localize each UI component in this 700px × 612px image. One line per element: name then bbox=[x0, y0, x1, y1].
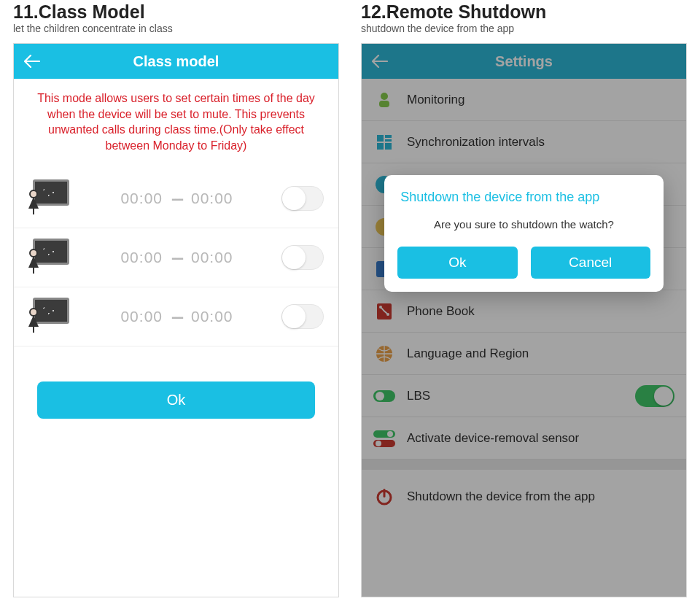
time-slot-toggle[interactable] bbox=[281, 304, 324, 329]
time-to[interactable]: 00:00 bbox=[191, 190, 233, 207]
time-from[interactable]: 00:00 bbox=[120, 249, 163, 266]
phone-class-model: Class model This mode allows users to se… bbox=[13, 43, 339, 597]
dialog-message: Are you sure to shutdown the watch? bbox=[397, 218, 650, 231]
time-to[interactable]: 00:00 bbox=[191, 249, 233, 266]
section-subtitle-class-model: let the children concentrate in class bbox=[13, 23, 339, 34]
chalkboard-icon bbox=[28, 179, 72, 217]
modal-overlay[interactable]: Shutdown the device from the app Are you… bbox=[362, 44, 686, 597]
chalkboard-icon bbox=[28, 298, 72, 336]
shutdown-dialog: Shutdown the device from the app Are you… bbox=[384, 175, 664, 292]
time-separator: --- bbox=[171, 249, 182, 266]
time-slot-toggle[interactable] bbox=[281, 245, 324, 270]
app-bar-title: Class model bbox=[133, 53, 219, 70]
section-subtitle-remote-shutdown: shutdown the device from the app bbox=[361, 23, 687, 34]
time-slot-row: 00:00 --- 00:00 bbox=[28, 287, 324, 346]
time-separator: --- bbox=[171, 190, 182, 207]
time-slot-row: 00:00 --- 00:00 bbox=[28, 228, 324, 287]
dialog-cancel-button[interactable]: Cancel bbox=[531, 247, 650, 279]
time-slot-row: 00:00 --- 00:00 bbox=[28, 169, 324, 228]
time-separator: --- bbox=[171, 308, 182, 325]
section-title-class-model: 11.Class Model bbox=[13, 1, 339, 23]
time-from[interactable]: 00:00 bbox=[120, 190, 163, 207]
ok-button[interactable]: Ok bbox=[37, 381, 315, 419]
dialog-ok-button[interactable]: Ok bbox=[397, 247, 517, 279]
phone-settings: Settings Monitoring Synchronization inte… bbox=[361, 43, 687, 597]
back-button[interactable] bbox=[24, 55, 40, 68]
dialog-title: Shutdown the device from the app bbox=[397, 190, 650, 205]
chalkboard-icon bbox=[28, 239, 72, 276]
time-slot-toggle[interactable] bbox=[281, 186, 324, 211]
time-from[interactable]: 00:00 bbox=[120, 308, 163, 325]
app-bar-class-model: Class model bbox=[14, 44, 338, 79]
section-title-remote-shutdown: 12.Remote Shutdown bbox=[361, 1, 687, 23]
class-mode-description: This mode allows users to set certain ti… bbox=[28, 90, 324, 153]
time-to[interactable]: 00:00 bbox=[191, 308, 233, 325]
